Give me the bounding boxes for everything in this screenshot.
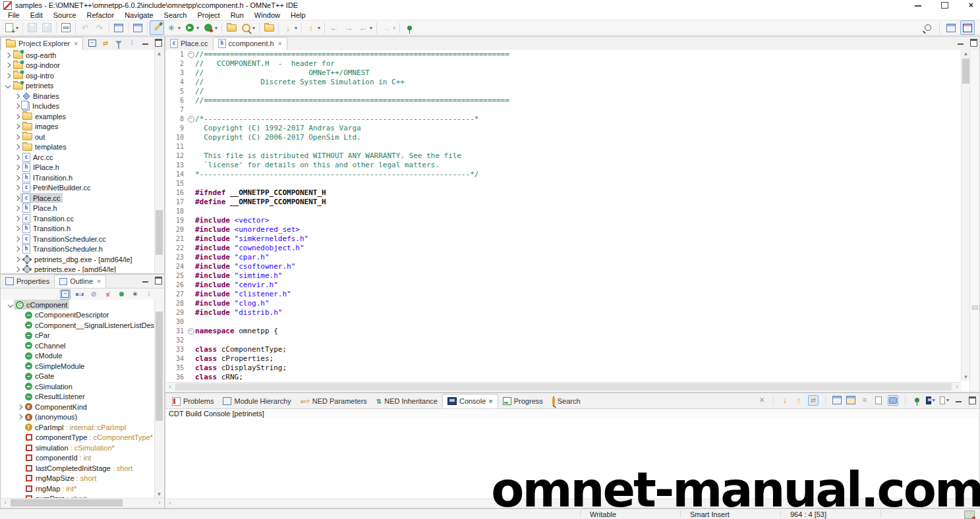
tree-item[interactable]: petrinets <box>1 81 155 92</box>
outline-item-body[interactable]: cGate <box>23 371 56 381</box>
expand-arrow-icon[interactable] <box>13 155 20 159</box>
new-source-file-button[interactable] <box>111 20 126 35</box>
close-tab-icon[interactable]: × <box>488 397 492 405</box>
maximize-button[interactable] <box>941 2 948 9</box>
tree-item-body[interactable]: cTransitionScheduler.cc <box>20 234 108 244</box>
close-button[interactable]: × <box>968 2 973 9</box>
scroll-left-arrow[interactable]: ‹ <box>1 499 9 507</box>
save-all-button[interactable] <box>40 20 54 35</box>
tree-item-body[interactable]: images <box>20 122 60 132</box>
code-area[interactable]: 1−//====================================… <box>165 50 962 381</box>
collapse-all-icon[interactable]: − <box>88 38 97 47</box>
expand-arrow-icon[interactable] <box>13 145 20 149</box>
expand-arrow-icon[interactable] <box>16 405 23 409</box>
scroll-thumb[interactable] <box>156 312 163 421</box>
scroll-up-icon[interactable]: ↑ <box>794 396 803 405</box>
expand-arrow-icon[interactable] <box>13 267 20 271</box>
scroll-right-arrow[interactable]: › <box>156 499 163 507</box>
outline-item-body[interactable]: componentType <box>23 433 89 443</box>
close-tab-icon[interactable]: × <box>278 40 282 47</box>
scroll-down-icon[interactable]: ↓ <box>780 396 790 405</box>
maximize-view-icon[interactable] <box>154 38 163 47</box>
console-tab-ned-inheritance[interactable]: ⇅NED Inheritance <box>372 394 442 408</box>
format-brush-button[interactable] <box>150 20 164 35</box>
hide-non-public-icon[interactable] <box>117 290 126 299</box>
outline-tree[interactable]: CcComponentcComponentDescriptorcComponen… <box>1 300 155 499</box>
close-tab-icon[interactable]: × <box>97 278 101 285</box>
outline-item[interactable]: lastCompletedInitStage : short <box>1 463 155 474</box>
outline-item-body[interactable]: cSimulation <box>23 381 74 391</box>
menu-help[interactable]: Help <box>285 11 311 19</box>
outline-item[interactable]: componentId : int <box>1 453 155 464</box>
view-menu-icon[interactable]: ⁞ <box>144 290 154 299</box>
expand-arrow-icon[interactable] <box>13 94 20 98</box>
tree-item-body[interactable]: osg-intro <box>11 70 56 80</box>
undo-button[interactable]: ↶ <box>78 20 92 35</box>
tree-item[interactable]: hITransition.h <box>1 173 155 183</box>
tree-item[interactable]: petrinets.exe - [amd64/le] <box>1 265 155 273</box>
outline-item[interactable]: cModule <box>1 351 155 362</box>
menu-search[interactable]: Search <box>159 11 192 19</box>
outline-item-body[interactable]: cComponent__SignalListenerListDescr <box>23 320 155 330</box>
outline-item[interactable]: cResultListener <box>1 392 155 402</box>
outline-item[interactable]: rngMapSize : short <box>1 474 155 484</box>
outline-item[interactable]: cChannel <box>1 341 155 351</box>
expand-arrow-icon[interactable] <box>13 227 20 231</box>
outline-item-body[interactable]: simulation <box>23 443 71 452</box>
last-edit-location-button[interactable]: ↓▾ <box>281 20 299 35</box>
tree-item-body[interactable]: examples <box>20 111 68 121</box>
expand-arrow-icon[interactable] <box>4 63 11 67</box>
expand-arrow-icon[interactable] <box>4 84 11 88</box>
tree-item[interactable]: osg-earth <box>1 50 155 61</box>
outline-item-body[interactable]: cResultListener <box>23 392 87 402</box>
open-log-icon[interactable] <box>832 396 842 405</box>
tree-item[interactable]: images <box>1 122 155 132</box>
scroll-right-arrow[interactable]: › <box>953 383 961 391</box>
maximize-view-icon[interactable] <box>969 38 978 47</box>
outline-item-body[interactable]: rngMapSize <box>23 474 76 483</box>
redo-button[interactable]: ↷ <box>92 20 107 35</box>
maximize-view-icon[interactable] <box>967 396 977 405</box>
filters-icon[interactable]: ✳ <box>130 290 140 299</box>
outline-item-body[interactable]: cSimpleModule <box>23 361 86 371</box>
menu-edit[interactable]: Edit <box>25 11 48 19</box>
display-selected-console-icon[interactable]: ▾ <box>926 396 935 405</box>
menu-run[interactable]: Run <box>225 11 249 19</box>
sort-icon[interactable]: a↓z <box>75 290 84 299</box>
run-button[interactable]: ▶▾ <box>183 20 201 35</box>
scroll-up-arrow[interactable]: ▲ <box>155 50 163 58</box>
forward-jump-button[interactable]: → <box>341 20 356 35</box>
minimize-view-icon[interactable] <box>140 38 150 47</box>
remove-launch-icon[interactable] <box>874 396 883 405</box>
tree-item-body[interactable]: hTransition.h <box>20 224 72 234</box>
outline-item-body[interactable]: cChannel <box>23 341 67 350</box>
expand-arrow-icon[interactable] <box>13 237 20 241</box>
expand-arrow-icon[interactable] <box>13 258 20 261</box>
outline-item[interactable]: simulation : cSimulation* <box>1 443 155 453</box>
tab-properties[interactable]: Properties <box>1 275 54 288</box>
tree-item[interactable]: cArc.cc <box>1 152 155 163</box>
tree-item-body[interactable]: petrinets_dbg.exe - [amd64/le] <box>20 254 134 264</box>
open-folder-button[interactable] <box>224 20 239 35</box>
tree-item[interactable]: osg-indoor <box>1 61 155 71</box>
hide-static-icon[interactable]: s̸ <box>103 290 112 299</box>
outline-item-body[interactable]: EComponentKind <box>23 402 89 412</box>
back-history-button[interactable]: ←▾ <box>356 20 374 35</box>
outline-item[interactable]: cSimpleModule <box>1 361 155 371</box>
forward-history-button[interactable]: →▾ <box>379 20 397 35</box>
outline-item[interactable]: componentType : cComponentType* <box>1 433 155 443</box>
explorer-scrollbar[interactable]: ▲ <box>154 50 163 273</box>
tab-outline[interactable]: Outline × <box>54 275 106 288</box>
cpp-perspective-button[interactable] <box>960 20 975 35</box>
tree-item[interactable]: cPlace.cc <box>1 193 155 204</box>
tree-item-body[interactable]: cTransition.cc <box>20 213 76 223</box>
expand-arrow-icon[interactable] <box>13 165 20 169</box>
outline-item[interactable]: cPar <box>1 331 155 341</box>
tree-item-body[interactable]: hIPlace.h <box>20 163 61 173</box>
view-menu-icon[interactable]: ⁞ <box>127 38 136 47</box>
editor-tab-ccomponent-h[interactable]: hccomponent.h× <box>213 37 287 50</box>
tree-item[interactable]: hPlace.h <box>1 204 155 214</box>
filter-icon[interactable] <box>114 38 123 47</box>
outline-item[interactable]: cGate <box>1 371 155 382</box>
console-tab-progress[interactable]: Progress <box>498 394 548 408</box>
